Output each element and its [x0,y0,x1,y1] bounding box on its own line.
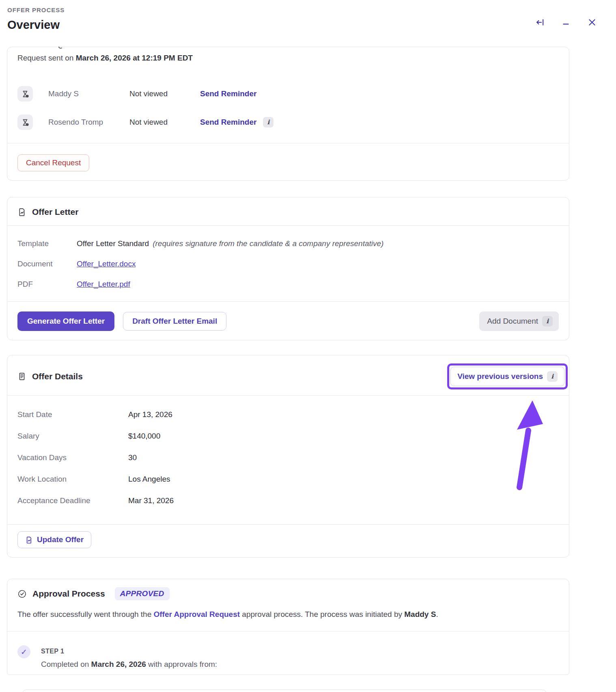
row-label: Acceptance Deadline [17,495,128,506]
send-reminder-link[interactable]: Send Reminder [200,118,256,127]
offer-details-rows: Start Date Apr 13, 2026 Salary $140,000 … [7,396,569,506]
info-icon: i [542,316,553,327]
approver-status: Not viewed [129,89,200,98]
card-divider [7,301,569,302]
offer-letter-header: Offer Letter [7,197,569,225]
card-divider [7,143,569,143]
approval-description: The offer successfully went through the … [7,609,569,620]
collapse-panel-icon[interactable] [535,17,545,28]
template-value: Offer Letter Standard [77,238,149,249]
description-text: approval process. The process was initia… [240,610,404,618]
approval-request-card: Request sent on March 26, 2026 at 12:19 … [7,47,569,181]
description-text: The offer successfully went through the [17,610,154,618]
offer-letter-card: Offer Letter Template Offer Letter Stand… [7,197,569,340]
offer-details-header: Offer Details View previous versions i [7,355,569,395]
detail-row: Salary $140,000 [17,431,559,441]
approver-list: Maddy S Not viewed Send Reminder Rosendo… [7,86,569,130]
page-title: Overview [7,17,616,32]
offer-details-card: Offer Details View previous versions i S… [7,355,569,558]
cancel-request-button[interactable]: Cancel Request [17,154,89,171]
detail-row: Work Location Los Angeles [17,474,559,484]
step-complete-check-icon: ✓ [17,645,30,658]
approval-process-title: Approval Process [32,589,105,599]
view-previous-versions-button[interactable]: View previous versions i [450,367,564,386]
row-label: Salary [17,431,128,441]
row-label: Document [17,259,77,269]
info-icon: i [547,371,558,382]
info-icon[interactable]: i [263,117,274,128]
request-sent-line: Request sent on March 26, 2026 at 12:19 … [7,47,569,63]
generate-offer-letter-button[interactable]: Generate Offer Letter [17,311,114,331]
detail-row: Start Date Apr 13, 2026 [17,409,559,420]
approver-row: Maddy S Not viewed Send Reminder [17,86,559,102]
approval-seal-icon [17,589,27,599]
step-label: STEP 1 [41,648,217,655]
approver-name: Rosendo Tromp [48,118,129,127]
document-file-link[interactable]: Offer_Letter.docx [77,259,136,269]
row-value: Mar 31, 2026 [128,495,174,506]
pdf-row: PDF Offer_Letter.pdf [17,279,559,290]
row-label: Start Date [17,409,128,420]
template-row: Template Offer Letter Standard (requires… [17,238,559,249]
detail-row: Vacation Days 30 [17,452,559,463]
approver-status: Not viewed [129,118,200,127]
detail-row: Acceptance Deadline Mar 31, 2026 [17,495,559,506]
document-icon [25,536,33,544]
row-value: Los Angeles [128,474,170,484]
row-label: Work Location [17,474,128,484]
approval-process-card: Approval Process APPROVED The offer succ… [7,579,569,675]
offer-letter-rows: Template Offer Letter Standard (requires… [7,226,569,290]
card-divider [7,524,569,525]
minimize-icon[interactable] [561,17,571,28]
breadcrumb-eyebrow: OFFER PROCESS [7,6,616,13]
offer-approval-request-link[interactable]: Offer Approval Request [154,610,240,618]
offer-process-panel: OFFER PROCESS Overview Request sent on M… [0,0,616,692]
row-value: 30 [128,452,137,463]
initiator-name: Maddy S [404,610,436,618]
draft-offer-letter-email-button[interactable]: Draft Offer Letter Email [123,312,226,331]
pending-hourglass-icon [17,115,33,130]
view-previous-versions-label: View previous versions [457,372,543,381]
update-offer-label: Update Offer [37,535,84,544]
offer-letter-actions: Generate Offer Letter Draft Offer Letter… [17,311,559,331]
step-texts: STEP 1 Completed on March 26, 2026 with … [41,645,217,670]
update-offer-button[interactable]: Update Offer [17,531,91,548]
approved-status-badge: APPROVED [115,587,170,600]
approval-step-1: ✓ STEP 1 Completed on March 26, 2026 wit… [7,631,569,670]
document-signature-icon [17,208,26,216]
row-value: $140,000 [128,431,160,441]
document-row: Document Offer_Letter.docx [17,259,559,269]
annotation-highlight-box: View previous versions i [447,363,568,389]
add-document-label: Add Document [487,317,538,326]
row-label: Template [17,238,77,249]
request-sent-prefix: Request sent on [17,54,76,62]
completed-suffix: with approvals from: [146,660,217,668]
document-lines-icon [17,372,26,381]
offer-details-title: Offer Details [32,372,83,381]
pending-hourglass-icon [17,86,33,102]
row-label: Vacation Days [17,452,128,463]
panel-header: OFFER PROCESS Overview [0,0,616,32]
approver-name: Maddy S [48,89,129,98]
completed-prefix: Completed on [41,660,91,668]
row-value: Apr 13, 2026 [128,409,172,420]
pdf-file-link[interactable]: Offer_Letter.pdf [77,279,130,290]
offer-letter-title: Offer Letter [32,207,78,217]
approval-process-header: Approval Process APPROVED [7,579,569,600]
request-sent-datetime: March 26, 2026 at 12:19 PM EDT [76,54,193,62]
completed-date: March 26, 2026 [91,660,146,668]
send-reminder-link[interactable]: Send Reminder [200,89,256,98]
approver-row: Rosendo Tromp Not viewed Send Reminder i [17,114,559,130]
cutoff-approvers-box [22,690,547,692]
description-text: . [436,610,438,618]
row-label: PDF [17,279,77,290]
template-note: (requires signature from the candidate &… [153,238,383,249]
close-icon[interactable] [587,17,597,28]
window-controls [535,17,597,28]
step-completed-line: Completed on March 26, 2026 with approva… [41,659,217,670]
add-document-button[interactable]: Add Document i [479,311,559,331]
